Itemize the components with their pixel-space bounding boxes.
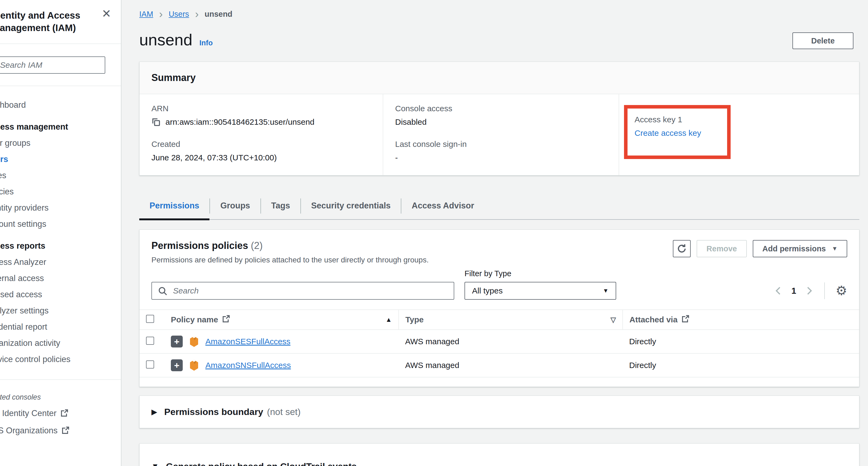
table-row: + AmazonSNSFullAccess AWS managed Direct… (140, 353, 859, 377)
table-header-row: Policy name ▲ Type ▽ (140, 310, 859, 330)
copy-icon[interactable] (151, 118, 161, 127)
previous-page-icon[interactable] (774, 286, 782, 296)
console-access-field: Console access Disabled (395, 104, 607, 127)
sidebar-related-consoles: Related consoles IAM Identity Center AWS… (0, 389, 121, 440)
sidebar-item-iam-identity-center[interactable]: IAM Identity Center (0, 405, 121, 423)
sidebar-nav: Dashboard Access management User groups … (0, 97, 121, 368)
expand-policy-icon[interactable]: + (171, 336, 183, 347)
type-filter-select[interactable]: All types ▼ (465, 282, 616, 300)
generate-policy-title: Generate policy based on CloudTrail even… (166, 461, 357, 466)
sidebar-divider (0, 379, 121, 380)
main-content: IAM › Users › unsend unsend Info Delete … (122, 0, 868, 466)
permissions-policies-title: Permissions policies (2) (151, 240, 429, 251)
info-link[interactable]: Info (199, 39, 213, 47)
console-access-value: Disabled (395, 118, 607, 127)
permissions-boundary-panel[interactable]: ▶ Permissions boundary (not set) (139, 396, 859, 428)
remove-button[interactable]: Remove (696, 240, 747, 257)
related-consoles-heading: Related consoles (0, 389, 121, 405)
sidebar-item-service-control-policies[interactable]: Service control policies (0, 351, 121, 368)
tab-access-advisor[interactable]: Access Advisor (401, 196, 484, 219)
expand-policy-icon[interactable]: + (171, 359, 183, 371)
select-all-checkbox[interactable] (146, 315, 154, 323)
policy-search-input[interactable] (151, 282, 454, 300)
column-attached-via: Attached via (629, 315, 677, 324)
sidebar-item-aws-organizations[interactable]: AWS Organizations (0, 423, 121, 440)
last-signin-value: - (395, 153, 607, 162)
summary-panel: Summary ARN arn:aws:iam::905418462135:us… (139, 62, 859, 176)
row-checkbox[interactable] (146, 337, 154, 345)
policy-attached-via: Directly (623, 353, 859, 377)
search-iam-input[interactable] (0, 56, 105, 74)
breadcrumb-separator: › (159, 10, 163, 18)
last-signin-field: Last console sign-in - (395, 139, 607, 162)
expand-triangle-icon[interactable]: ▶ (151, 407, 157, 416)
column-type: Type (405, 315, 424, 324)
sidebar-item-identity-providers[interactable]: Identity providers (0, 200, 121, 216)
sidebar-section-access-reports: Access reports (0, 238, 121, 254)
policy-attached-via: Directly (623, 330, 859, 353)
created-value: June 28, 2024, 07:33 (UTC+10:00) (151, 153, 371, 162)
sidebar-item-external-access[interactable]: External access (0, 270, 121, 286)
search-icon (158, 286, 167, 297)
sidebar-item-analyzer-settings[interactable]: Analyzer settings (0, 303, 121, 319)
page-number[interactable]: 1 (792, 286, 796, 296)
sidebar-divider (0, 43, 121, 44)
sidebar-item-credential-report[interactable]: Credential report (0, 319, 121, 335)
sidebar-item-roles[interactable]: Roles (0, 167, 121, 184)
policies-description: Permissions are defined by policies atta… (151, 256, 429, 264)
tab-groups[interactable]: Groups (210, 196, 260, 219)
page-header: unsend Info (139, 31, 859, 49)
external-link-icon (61, 424, 69, 440)
breadcrumb-users[interactable]: Users (169, 10, 189, 19)
column-filter-icon[interactable]: ▽ (611, 316, 616, 324)
access-key-label: Access key 1 (634, 115, 701, 124)
breadcrumb: IAM › Users › unsend (139, 0, 859, 19)
refresh-button[interactable] (673, 240, 691, 257)
sort-ascending-icon[interactable]: ▲ (385, 316, 392, 323)
policy-type: AWS managed (399, 353, 623, 377)
policy-link[interactable]: AmazonSESFullAccess (206, 337, 290, 346)
sidebar-divider (0, 86, 121, 86)
next-page-icon[interactable] (805, 286, 813, 296)
sidebar-item-access-analyzer[interactable]: Access Analyzer (0, 254, 121, 270)
sidebar-item-organization-activity[interactable]: Organization activity (0, 335, 121, 351)
sidebar-item-user-groups[interactable]: User groups (0, 135, 121, 151)
permissions-boundary-title: Permissions boundary (164, 407, 264, 417)
row-checkbox[interactable] (146, 361, 154, 369)
sidebar-title: Identity and Access Management (IAM) (0, 0, 113, 43)
console-access-label: Console access (395, 104, 607, 113)
created-field: Created June 28, 2024, 07:33 (UTC+10:00) (151, 139, 371, 162)
collapse-triangle-icon[interactable]: ▼ (151, 462, 159, 466)
pagination-divider (824, 282, 825, 299)
close-icon[interactable]: ✕ (102, 8, 111, 20)
aws-managed-policy-icon (189, 359, 199, 371)
add-permissions-button[interactable]: Add permissions ▼ (753, 240, 847, 257)
breadcrumb-current: unsend (205, 10, 232, 19)
tab-permissions[interactable]: Permissions (139, 196, 210, 219)
external-link-icon (60, 406, 68, 423)
caret-down-icon: ▼ (832, 245, 838, 252)
settings-gear-icon[interactable]: ⚙ (836, 284, 847, 297)
create-access-key-link[interactable]: Create access key (634, 128, 701, 137)
aws-managed-policy-icon (189, 336, 199, 347)
tab-tags[interactable]: Tags (261, 196, 301, 219)
filter-by-type-label: Filter by Type (465, 269, 616, 278)
generate-policy-panel[interactable]: ▼ Generate policy based on CloudTrail ev… (139, 443, 859, 466)
pagination: 1 ⚙ (774, 282, 847, 300)
sidebar-item-users[interactable]: Users (0, 151, 121, 167)
policy-link[interactable]: AmazonSNSFullAccess (206, 361, 291, 370)
last-signin-label: Last console sign-in (395, 139, 607, 149)
external-link-icon (222, 315, 230, 325)
sidebar-item-policies[interactable]: Policies (0, 184, 121, 200)
policy-type: AWS managed (399, 330, 623, 353)
delete-button[interactable]: Delete (793, 32, 854, 49)
sidebar-item-account-settings[interactable]: Account settings (0, 216, 121, 232)
policies-table: Policy name ▲ Type ▽ (140, 309, 859, 377)
detail-tabs: Permissions Groups Tags Security credent… (139, 196, 859, 220)
page-title: unsend (139, 31, 192, 49)
table-row: + AmazonSESFullAccess AWS managed Direct… (140, 330, 859, 353)
breadcrumb-iam[interactable]: IAM (139, 10, 153, 19)
tab-security-credentials[interactable]: Security credentials (301, 196, 401, 219)
sidebar-item-unused-access[interactable]: Unused access (0, 286, 121, 303)
sidebar-item-dashboard[interactable]: Dashboard (0, 97, 121, 113)
